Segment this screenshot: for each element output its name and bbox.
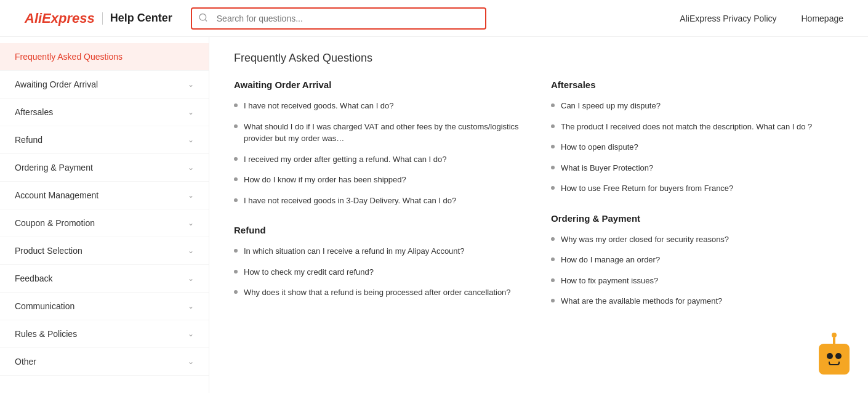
chevron-down-icon: ⌄ [188,136,194,144]
sidebar-item-label: Rules & Policies [15,329,77,339]
bullet-icon [551,186,555,190]
sidebar-item-label: Frequently Asked Questions [15,52,123,62]
bullet-icon [551,299,555,302]
bullet-icon [551,257,555,261]
section-title-awaiting: Awaiting Order Arrival [234,79,526,90]
svg-line-1 [205,19,207,21]
faq-item[interactable]: How do I manage an order? [551,254,843,266]
bullet-icon [551,237,555,241]
sidebar-item-coupon[interactable]: Coupon & Promotion ⌄ [0,209,209,237]
bullet-icon [234,270,238,273]
faq-column-left: Awaiting Order Arrival I have not receiv… [234,79,526,326]
chevron-down-icon: ⌄ [188,330,194,338]
header: AliExpress Help Center AliExpress Privac… [0,0,868,37]
sidebar-item-account[interactable]: Account Management ⌄ [0,182,209,209]
faq-item[interactable]: What is Buyer Protection? [551,162,843,174]
sidebar-item-communication[interactable]: Communication ⌄ [0,293,209,320]
faq-item[interactable]: How to open dispute? [551,141,843,153]
chevron-down-icon: ⌄ [188,108,194,116]
faq-question-text: How to fix payment issues? [561,275,658,287]
sidebar-item-ordering[interactable]: Ordering & Payment ⌄ [0,154,209,182]
faq-question-text: Why does it show that a refund is being … [244,286,511,299]
privacy-policy-link[interactable]: AliExpress Privacy Policy [680,14,776,23]
sidebar-item-label: Communication [15,301,74,311]
sidebar: Frequently Asked Questions Awaiting Orde… [0,37,209,393]
faq-section-refund: Refund In which situation can I receive … [234,225,526,299]
chevron-down-icon: ⌄ [188,246,194,255]
chevron-down-icon: ⌄ [188,163,194,172]
faq-item[interactable]: How to check my credit card refund? [234,266,526,278]
faq-question-text: How do I know if my order has been shipp… [244,174,406,186]
sidebar-item-faq[interactable]: Frequently Asked Questions [0,43,209,71]
faq-item[interactable]: Can I speed up my dispute? [551,100,843,112]
logo-container: AliExpress Help Center [25,10,172,26]
faq-question-text: I have not received goods in 3-Day Deliv… [244,195,456,207]
faq-grid: Awaiting Order Arrival I have not receiv… [234,79,843,326]
mascot-mouth [829,362,840,365]
chevron-down-icon: ⌄ [188,80,194,89]
search-input[interactable] [191,7,486,30]
faq-item[interactable]: How do I know if my order has been shipp… [234,174,526,186]
sidebar-item-label: Product Selection [15,246,82,256]
faq-question-text: How to use Free Return for buyers from F… [561,182,733,195]
sidebar-item-product[interactable]: Product Selection ⌄ [0,237,209,265]
faq-question-text: How do I manage an order? [561,254,660,266]
sidebar-item-label: Ordering & Payment [15,163,93,172]
mascot-eyes [826,353,843,359]
search-icon [198,12,208,24]
faq-item[interactable]: How to fix payment issues? [551,275,843,287]
faq-question-text: The product I received does not match th… [561,121,812,133]
faq-question-text: I received my order after getting a refu… [244,153,447,166]
sidebar-item-aftersales[interactable]: Aftersales ⌄ [0,99,209,126]
sidebar-item-other[interactable]: Other ⌄ [0,348,209,376]
bullet-icon [234,198,238,202]
sidebar-item-rules[interactable]: Rules & Policies ⌄ [0,320,209,348]
aliexpress-logo[interactable]: AliExpress [25,10,95,26]
helpcenter-logo: Help Center [110,12,172,25]
faq-item[interactable]: What are the available methods for payme… [551,295,843,307]
faq-question-text: Why was my order closed for security rea… [561,233,729,246]
faq-section-awaiting: Awaiting Order Arrival I have not receiv… [234,79,526,206]
sidebar-item-label: Refund [15,135,42,145]
faq-item[interactable]: Why was my order closed for security rea… [551,233,843,246]
faq-question-text: How to open dispute? [561,141,638,153]
faq-item[interactable]: I have not received goods in 3-Day Deliv… [234,195,526,207]
bullet-icon [551,278,555,282]
homepage-link[interactable]: Homepage [802,14,844,23]
bullet-icon [234,103,238,107]
main-layout: Frequently Asked Questions Awaiting Orde… [0,37,868,393]
faq-item[interactable]: I have not received goods. What can I do… [234,100,526,112]
faq-item[interactable]: In which situation can I receive a refun… [234,245,526,257]
chevron-down-icon: ⌄ [188,191,194,200]
section-title-ordering: Ordering & Payment [551,213,843,224]
faq-question-text: I have not received goods. What can I do… [244,100,394,112]
mascot-eye-left [827,353,833,359]
sidebar-item-label: Account Management [15,190,98,200]
bullet-icon [234,124,238,128]
bullet-icon [234,290,238,294]
sidebar-item-refund[interactable]: Refund ⌄ [0,126,209,154]
sidebar-item-label: Feedback [15,273,52,283]
sidebar-item-awaiting[interactable]: Awaiting Order Arrival ⌄ [0,71,209,99]
sidebar-item-label: Aftersales [15,107,53,117]
faq-column-right: Aftersales Can I speed up my dispute? Th… [551,79,843,326]
page-title: Frequently Asked Questions [234,52,843,65]
faq-question-text: What is Buyer Protection? [561,162,653,174]
sidebar-item-feedback[interactable]: Feedback ⌄ [0,265,209,293]
main-content: Frequently Asked Questions Awaiting Orde… [209,37,868,393]
faq-question-text: How to check my credit card refund? [244,266,374,278]
faq-question-text: Can I speed up my dispute? [561,100,661,112]
bullet-icon [551,103,555,107]
header-nav: AliExpress Privacy Policy Homepage [680,14,843,23]
chevron-down-icon: ⌄ [188,219,194,227]
faq-item[interactable]: I received my order after getting a refu… [234,153,526,166]
mascot-widget[interactable] [819,344,856,381]
faq-item[interactable]: The product I received does not match th… [551,121,843,133]
mascot-body [819,344,850,375]
faq-item[interactable]: Why does it show that a refund is being … [234,286,526,299]
faq-question-text: What should I do if I was charged VAT an… [244,121,526,145]
svg-point-0 [199,14,206,20]
faq-item[interactable]: How to use Free Return for buyers from F… [551,182,843,195]
bullet-icon [234,177,238,181]
faq-item[interactable]: What should I do if I was charged VAT an… [234,121,526,145]
